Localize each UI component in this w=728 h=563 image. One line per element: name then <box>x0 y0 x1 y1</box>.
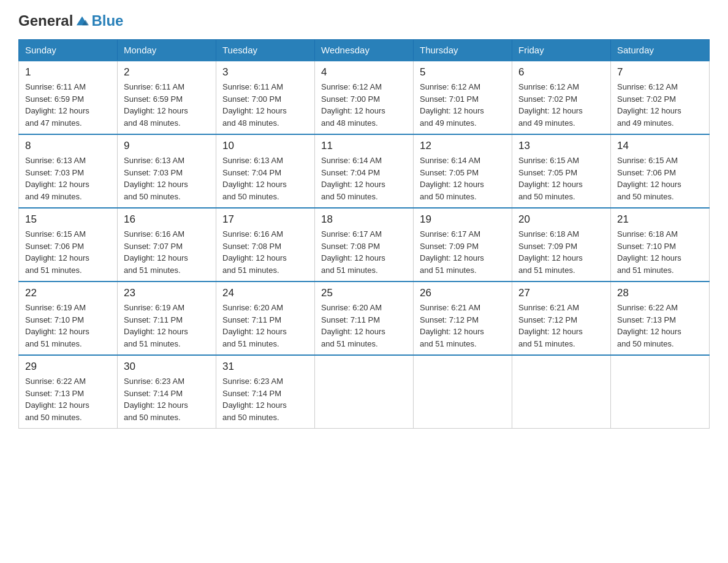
header-tuesday: Tuesday <box>216 40 315 61</box>
calendar-cell: 23Sunrise: 6:19 AMSunset: 7:11 PMDayligh… <box>118 282 216 355</box>
day-info: Sunrise: 6:11 AMSunset: 6:59 PMDaylight:… <box>124 81 210 129</box>
day-info: Sunrise: 6:13 AMSunset: 7:04 PMDaylight:… <box>222 155 308 202</box>
calendar-cell: 2Sunrise: 6:11 AMSunset: 6:59 PMDaylight… <box>118 61 216 134</box>
day-info: Sunrise: 6:20 AMSunset: 7:11 PMDaylight:… <box>321 302 407 350</box>
logo-icon <box>75 14 89 28</box>
day-info: Sunrise: 6:11 AMSunset: 6:59 PMDaylight:… <box>25 81 111 129</box>
day-info: Sunrise: 6:12 AMSunset: 7:01 PMDaylight:… <box>420 81 506 129</box>
day-info: Sunrise: 6:12 AMSunset: 7:02 PMDaylight:… <box>617 81 703 129</box>
day-number: 14 <box>617 140 703 152</box>
day-info: Sunrise: 6:11 AMSunset: 7:00 PMDaylight:… <box>222 81 308 129</box>
day-info: Sunrise: 6:17 AMSunset: 7:08 PMDaylight:… <box>321 228 407 276</box>
calendar-cell: 5Sunrise: 6:12 AMSunset: 7:01 PMDaylight… <box>414 61 512 134</box>
calendar-cell: 27Sunrise: 6:21 AMSunset: 7:12 PMDayligh… <box>512 282 611 355</box>
calendar-cell: 29Sunrise: 6:22 AMSunset: 7:13 PMDayligh… <box>19 355 118 429</box>
day-info: Sunrise: 6:13 AMSunset: 7:03 PMDaylight:… <box>25 155 111 202</box>
header-thursday: Thursday <box>414 40 512 61</box>
day-number: 2 <box>124 66 210 79</box>
header-saturday: Saturday <box>611 40 710 61</box>
day-info: Sunrise: 6:19 AMSunset: 7:11 PMDaylight:… <box>124 302 210 350</box>
calendar-cell: 31Sunrise: 6:23 AMSunset: 7:14 PMDayligh… <box>216 355 315 429</box>
day-number: 20 <box>518 213 604 226</box>
calendar-cell: 20Sunrise: 6:18 AMSunset: 7:09 PMDayligh… <box>512 208 611 282</box>
calendar-cell: 25Sunrise: 6:20 AMSunset: 7:11 PMDayligh… <box>315 282 414 355</box>
calendar-table: SundayMondayTuesdayWednesdayThursdayFrid… <box>18 39 710 429</box>
day-info: Sunrise: 6:23 AMSunset: 7:14 PMDaylight:… <box>222 375 308 423</box>
day-info: Sunrise: 6:13 AMSunset: 7:03 PMDaylight:… <box>124 155 210 202</box>
day-number: 7 <box>617 66 703 79</box>
calendar-cell: 11Sunrise: 6:14 AMSunset: 7:04 PMDayligh… <box>315 134 414 208</box>
day-number: 31 <box>222 361 308 373</box>
calendar-cell: 18Sunrise: 6:17 AMSunset: 7:08 PMDayligh… <box>315 208 414 282</box>
day-number: 9 <box>124 140 210 152</box>
calendar-cell: 7Sunrise: 6:12 AMSunset: 7:02 PMDaylight… <box>611 61 710 134</box>
calendar-cell <box>315 355 414 429</box>
day-number: 17 <box>222 213 308 226</box>
day-number: 30 <box>124 361 210 373</box>
week-row-5: 29Sunrise: 6:22 AMSunset: 7:13 PMDayligh… <box>19 355 710 429</box>
day-number: 22 <box>25 287 111 299</box>
day-number: 8 <box>25 140 111 152</box>
calendar-cell: 28Sunrise: 6:22 AMSunset: 7:13 PMDayligh… <box>611 282 710 355</box>
day-info: Sunrise: 6:14 AMSunset: 7:04 PMDaylight:… <box>321 155 407 202</box>
day-info: Sunrise: 6:12 AMSunset: 7:00 PMDaylight:… <box>321 81 407 129</box>
day-info: Sunrise: 6:14 AMSunset: 7:05 PMDaylight:… <box>420 155 506 202</box>
calendar-cell: 30Sunrise: 6:23 AMSunset: 7:14 PMDayligh… <box>118 355 216 429</box>
day-number: 19 <box>420 213 506 226</box>
page-header: General Blue <box>18 12 710 29</box>
day-info: Sunrise: 6:17 AMSunset: 7:09 PMDaylight:… <box>420 228 506 276</box>
day-number: 23 <box>124 287 210 299</box>
calendar-cell <box>611 355 710 429</box>
day-info: Sunrise: 6:18 AMSunset: 7:10 PMDaylight:… <box>617 228 703 276</box>
day-number: 27 <box>518 287 604 299</box>
day-number: 16 <box>124 213 210 226</box>
day-number: 21 <box>617 213 703 226</box>
day-number: 28 <box>617 287 703 299</box>
calendar-cell: 21Sunrise: 6:18 AMSunset: 7:10 PMDayligh… <box>611 208 710 282</box>
day-number: 12 <box>420 140 506 152</box>
calendar-cell: 19Sunrise: 6:17 AMSunset: 7:09 PMDayligh… <box>414 208 512 282</box>
week-row-3: 15Sunrise: 6:15 AMSunset: 7:06 PMDayligh… <box>19 208 710 282</box>
calendar-cell <box>414 355 512 429</box>
header-sunday: Sunday <box>19 40 118 61</box>
day-info: Sunrise: 6:19 AMSunset: 7:10 PMDaylight:… <box>25 302 111 350</box>
day-number: 4 <box>321 66 407 79</box>
day-number: 15 <box>25 213 111 226</box>
calendar-cell: 24Sunrise: 6:20 AMSunset: 7:11 PMDayligh… <box>216 282 315 355</box>
logo-blue-text: Blue <box>91 12 123 29</box>
calendar-cell: 13Sunrise: 6:15 AMSunset: 7:05 PMDayligh… <box>512 134 611 208</box>
day-number: 5 <box>420 66 506 79</box>
header-wednesday: Wednesday <box>315 40 414 61</box>
logo: General Blue <box>18 12 123 29</box>
day-info: Sunrise: 6:16 AMSunset: 7:07 PMDaylight:… <box>124 228 210 276</box>
day-number: 24 <box>222 287 308 299</box>
week-row-4: 22Sunrise: 6:19 AMSunset: 7:10 PMDayligh… <box>19 282 710 355</box>
week-row-1: 1Sunrise: 6:11 AMSunset: 6:59 PMDaylight… <box>19 61 710 134</box>
calendar-cell: 22Sunrise: 6:19 AMSunset: 7:10 PMDayligh… <box>19 282 118 355</box>
day-info: Sunrise: 6:21 AMSunset: 7:12 PMDaylight:… <box>420 302 506 350</box>
calendar-cell: 26Sunrise: 6:21 AMSunset: 7:12 PMDayligh… <box>414 282 512 355</box>
day-info: Sunrise: 6:15 AMSunset: 7:05 PMDaylight:… <box>518 155 604 202</box>
calendar-cell: 4Sunrise: 6:12 AMSunset: 7:00 PMDaylight… <box>315 61 414 134</box>
day-number: 13 <box>518 140 604 152</box>
calendar-cell: 10Sunrise: 6:13 AMSunset: 7:04 PMDayligh… <box>216 134 315 208</box>
day-info: Sunrise: 6:21 AMSunset: 7:12 PMDaylight:… <box>518 302 604 350</box>
day-info: Sunrise: 6:20 AMSunset: 7:11 PMDaylight:… <box>222 302 308 350</box>
calendar-cell: 16Sunrise: 6:16 AMSunset: 7:07 PMDayligh… <box>118 208 216 282</box>
calendar-header-row: SundayMondayTuesdayWednesdayThursdayFrid… <box>19 40 710 61</box>
calendar-cell: 9Sunrise: 6:13 AMSunset: 7:03 PMDaylight… <box>118 134 216 208</box>
calendar-cell: 3Sunrise: 6:11 AMSunset: 7:00 PMDaylight… <box>216 61 315 134</box>
day-number: 1 <box>25 66 111 79</box>
calendar-cell: 15Sunrise: 6:15 AMSunset: 7:06 PMDayligh… <box>19 208 118 282</box>
day-info: Sunrise: 6:15 AMSunset: 7:06 PMDaylight:… <box>25 228 111 276</box>
day-number: 29 <box>25 361 111 373</box>
header-monday: Monday <box>118 40 216 61</box>
day-info: Sunrise: 6:15 AMSunset: 7:06 PMDaylight:… <box>617 155 703 202</box>
header-friday: Friday <box>512 40 611 61</box>
day-info: Sunrise: 6:18 AMSunset: 7:09 PMDaylight:… <box>518 228 604 276</box>
day-number: 3 <box>222 66 308 79</box>
day-number: 25 <box>321 287 407 299</box>
day-info: Sunrise: 6:22 AMSunset: 7:13 PMDaylight:… <box>25 375 111 423</box>
week-row-2: 8Sunrise: 6:13 AMSunset: 7:03 PMDaylight… <box>19 134 710 208</box>
calendar-cell: 12Sunrise: 6:14 AMSunset: 7:05 PMDayligh… <box>414 134 512 208</box>
